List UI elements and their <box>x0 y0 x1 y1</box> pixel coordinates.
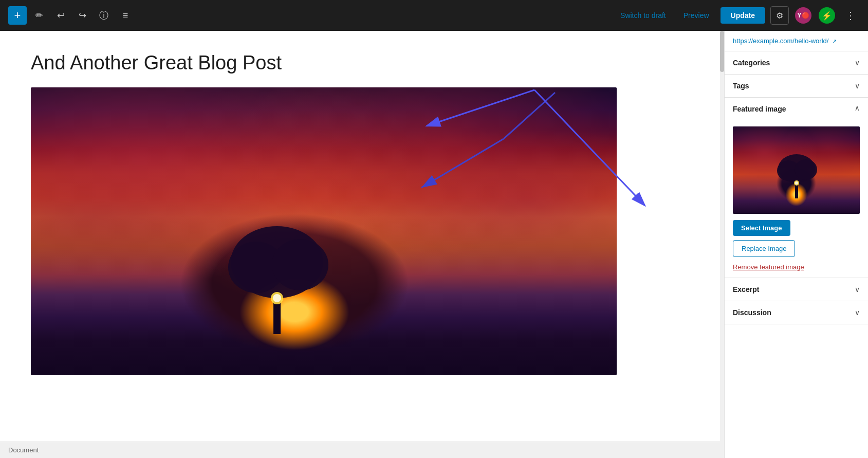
svg-point-10 <box>795 159 817 180</box>
status-bar: Document <box>0 442 720 458</box>
select-image-button[interactable]: Select Image <box>733 220 790 236</box>
post-url-text: https://example.com/hello-world/ <box>733 37 828 45</box>
update-button[interactable]: Update <box>721 7 765 24</box>
post-url-link[interactable]: https://example.com/hello-world/ ↗ <box>733 37 837 45</box>
status-label: Document <box>8 446 39 454</box>
redo-icon: ↪ <box>79 10 86 21</box>
info-button[interactable]: ⓘ <box>95 6 113 25</box>
discussion-title: Discussion <box>733 308 771 317</box>
more-options-button[interactable]: ⋮ <box>841 6 860 25</box>
editor-scrollbar[interactable] <box>720 31 724 458</box>
excerpt-title: Excerpt <box>733 285 759 294</box>
pencil-icon: ✏ <box>35 10 43 21</box>
post-featured-image[interactable] <box>31 87 617 375</box>
featured-image-chevron-icon: ∨ <box>855 105 860 113</box>
more-icon: ⋮ <box>845 9 856 22</box>
tree-silhouette-icon <box>226 221 328 334</box>
list-view-button[interactable]: ≡ <box>116 6 135 25</box>
sidebar-section-discussion: Discussion ∨ <box>725 301 868 324</box>
sidebar-section-featured-image: Featured image ∨ Selec <box>725 98 868 278</box>
discussion-chevron-icon: ∨ <box>855 308 860 317</box>
yoast-button[interactable]: Y🔴 <box>794 6 812 25</box>
excerpt-header[interactable]: Excerpt ∨ <box>725 278 868 301</box>
edit-button[interactable]: ✏ <box>30 6 48 25</box>
toolbar-right: Switch to draft Preview Update ⚙ Y🔴 ⚡ ⋮ <box>614 6 860 25</box>
info-icon: ⓘ <box>99 9 108 22</box>
yoast-icon: Y🔴 <box>795 7 811 24</box>
sidebar-section-categories: Categories ∨ <box>725 51 868 75</box>
lightning-icon: ⚡ <box>819 7 835 24</box>
remove-featured-image-button[interactable]: Remove featured image <box>733 263 804 271</box>
sidebar-top-link: https://example.com/hello-world/ ↗ <box>725 31 868 51</box>
scrollbar-thumb[interactable] <box>720 31 724 72</box>
tags-chevron-icon: ∨ <box>855 82 860 90</box>
svg-point-13 <box>795 181 798 185</box>
featured-image-title: Featured image <box>733 105 786 113</box>
undo-icon: ↩ <box>57 10 65 21</box>
sidebar-section-excerpt: Excerpt ∨ <box>725 278 868 301</box>
excerpt-chevron-icon: ∨ <box>855 285 860 294</box>
toolbar: + ✏ ↩ ↪ ⓘ ≡ Switch to draft Preview Upda… <box>0 0 868 31</box>
featured-image-content: Select Image Replace Image Remove featur… <box>725 120 868 278</box>
sidebar-section-tags: Tags ∨ <box>725 75 868 98</box>
switch-to-draft-button[interactable]: Switch to draft <box>614 7 672 24</box>
main-layout: And Another Great Blog Post <box>0 31 868 458</box>
categories-header[interactable]: Categories ∨ <box>725 51 868 74</box>
editor-area[interactable]: And Another Great Blog Post <box>0 31 720 458</box>
add-block-button[interactable]: + <box>8 6 27 25</box>
featured-image-header[interactable]: Featured image ∨ <box>725 98 868 120</box>
tags-header[interactable]: Tags ∨ <box>725 75 868 97</box>
settings-button[interactable]: ⚙ <box>770 6 789 25</box>
redo-button[interactable]: ↪ <box>73 6 91 25</box>
svg-point-5 <box>273 294 281 302</box>
replace-image-button[interactable]: Replace Image <box>733 240 795 257</box>
svg-point-2 <box>272 239 328 290</box>
discussion-header[interactable]: Discussion ∨ <box>725 301 868 324</box>
toolbar-left: + ✏ ↩ ↪ ⓘ ≡ <box>8 6 610 25</box>
featured-image-thumbnail[interactable] <box>733 126 860 214</box>
post-title: And Another Great Blog Post <box>31 51 689 75</box>
tags-title: Tags <box>733 82 749 90</box>
plus-icon: + <box>14 9 21 22</box>
preview-button[interactable]: Preview <box>677 7 715 24</box>
categories-chevron-icon: ∨ <box>855 59 860 67</box>
sidebar: https://example.com/hello-world/ ↗ Categ… <box>724 31 868 458</box>
external-link-icon: ↗ <box>832 38 837 44</box>
post-image-bg <box>31 87 617 375</box>
categories-title: Categories <box>733 59 770 67</box>
gear-icon: ⚙ <box>776 11 783 21</box>
undo-button[interactable]: ↩ <box>51 6 70 25</box>
thumb-tree-icon <box>776 152 817 198</box>
performance-button[interactable]: ⚡ <box>818 6 836 25</box>
list-icon: ≡ <box>123 10 128 21</box>
